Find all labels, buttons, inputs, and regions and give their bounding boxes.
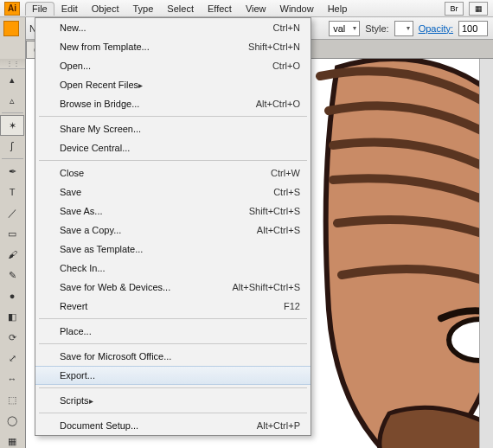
menu-object[interactable]: Object [85, 2, 126, 16]
menu-item-label: Open... [60, 61, 91, 71]
shortcut-label: Alt+Shift+Ctrl+S [232, 282, 300, 292]
shape-combo[interactable]: val [329, 21, 360, 36]
pen-icon[interactable]: ✒ [0, 161, 24, 182]
direct-select-icon[interactable]: ▵ [0, 90, 24, 111]
shortcut-label: F12 [284, 301, 300, 311]
menu-type[interactable]: Type [126, 2, 161, 16]
shortcut-label: Ctrl+S [273, 187, 300, 197]
file-menu-dropdown: New...Ctrl+NNew from Template...Shift+Ct… [35, 17, 311, 436]
brush-icon[interactable]: 🖌 [0, 244, 24, 265]
menu-item-save-for-microsoft-office[interactable]: Save for Microsoft Office... [35, 347, 311, 366]
line-icon[interactable]: ／ [0, 202, 24, 223]
menu-window[interactable]: Window [273, 2, 321, 16]
tools-panel: ⋮⋮ ▴▵✶ʃ✒T／▭🖌✎●◧⟳⤢↔⬚◯▦⊞▇📊 [0, 59, 26, 448]
menu-item-label: Save as Template... [60, 244, 143, 254]
app-icon-strip [0, 17, 26, 59]
menu-separator [39, 318, 307, 319]
opacity-label[interactable]: Opacity: [419, 23, 453, 34]
rectangle-icon[interactable]: ▭ [0, 223, 24, 244]
scale-icon[interactable]: ⤢ [0, 348, 24, 368]
menu-item-label: Save As... [60, 206, 103, 216]
menu-separator [39, 116, 307, 117]
menu-item-label: Save for Web & Devices... [60, 282, 170, 292]
menu-item-label: Open Recent Files [60, 80, 138, 90]
shortcut-label: Ctrl+W [271, 168, 300, 178]
shape-builder-icon[interactable]: ◯ [0, 410, 24, 431]
submenu-arrow-icon [89, 395, 93, 406]
menu-item-label: New from Template... [60, 42, 150, 52]
menu-item-label: Save for Microsoft Office... [60, 351, 171, 362]
shape-combo-value: val [333, 23, 345, 34]
menu-item-document-setup[interactable]: Document Setup...Alt+Ctrl+P [35, 416, 311, 435]
blob-brush-icon[interactable]: ● [0, 285, 24, 306]
menu-item-scripts[interactable]: Scripts [35, 391, 311, 410]
menu-item-label: Share My Screen... [60, 124, 141, 134]
type-icon[interactable]: T [0, 182, 24, 202]
menu-effect[interactable]: Effect [201, 2, 239, 16]
menu-file[interactable]: File [25, 2, 54, 16]
app-icon: Ai [4, 2, 20, 16]
menu-item-save-a-copy[interactable]: Save a Copy...Alt+Ctrl+S [35, 221, 311, 240]
menu-item-export[interactable]: Export... [35, 366, 311, 385]
shortcut-label: Alt+Ctrl+O [256, 99, 300, 109]
shortcut-label: Shift+Ctrl+N [248, 42, 300, 52]
magic-wand-icon[interactable]: ✶ [0, 115, 24, 136]
menu-item-save-for-web-devices[interactable]: Save for Web & Devices...Alt+Shift+Ctrl+… [35, 278, 311, 297]
menu-item-place[interactable]: Place... [35, 322, 311, 341]
style-combo[interactable] [394, 21, 413, 36]
menu-separator [39, 413, 307, 413]
menu-item-device-central[interactable]: Device Central... [35, 138, 311, 157]
menubar-right: Br ▦ [445, 2, 493, 16]
shortcut-label: Ctrl+N [273, 22, 300, 33]
menu-item-open-recent-files[interactable]: Open Recent Files [35, 75, 311, 94]
shortcut-label: Shift+Ctrl+S [249, 206, 300, 216]
menu-item-label: Place... [60, 326, 92, 336]
menu-item-save-as-template[interactable]: Save as Template... [35, 240, 311, 259]
menu-item-new[interactable]: New...Ctrl+N [35, 18, 311, 37]
panel-grip[interactable]: ⋮⋮ [0, 59, 25, 69]
vertical-scrollbar[interactable] [479, 59, 493, 448]
menu-item-share-my-screen[interactable]: Share My Screen... [35, 119, 311, 138]
style-label: Style: [365, 23, 389, 34]
free-transform-icon[interactable]: ⬚ [0, 389, 24, 410]
menu-item-label: Close [60, 168, 84, 178]
menu-item-label: Scripts [60, 395, 89, 406]
menu-item-label: Device Central... [60, 143, 130, 153]
menubar: Ai FileEditObjectTypeSelectEffectViewWin… [0, 0, 493, 17]
menu-item-check-in[interactable]: Check In... [35, 259, 311, 278]
pencil-icon[interactable]: ✎ [0, 265, 24, 285]
menu-item-revert[interactable]: RevertF12 [35, 297, 311, 316]
menu-item-label: Document Setup... [60, 420, 138, 431]
perspective-icon[interactable]: ▦ [0, 431, 24, 448]
arrange-button[interactable]: ▦ [469, 2, 488, 16]
menu-item-save[interactable]: SaveCtrl+S [35, 182, 311, 202]
rotate-icon[interactable]: ⟳ [0, 327, 24, 348]
shortcut-label: Alt+Ctrl+S [257, 225, 300, 235]
eraser-icon[interactable]: ◧ [0, 306, 24, 327]
menu-item-label: Check In... [60, 263, 106, 273]
menu-select[interactable]: Select [160, 2, 201, 16]
menu-item-new-from-template[interactable]: New from Template...Shift+Ctrl+N [35, 37, 311, 56]
shortcut-label: Ctrl+O [272, 61, 300, 71]
menu-item-close[interactable]: CloseCtrl+W [35, 163, 311, 182]
menu-help[interactable]: Help [321, 2, 355, 16]
cursor-icon[interactable]: ▴ [0, 69, 24, 90]
menu-item-save-as[interactable]: Save As...Shift+Ctrl+S [35, 202, 311, 221]
menu-separator [39, 387, 307, 388]
width-icon[interactable]: ↔ [0, 368, 24, 389]
menu-view[interactable]: View [239, 2, 273, 16]
ai-swatch-icon [3, 21, 19, 36]
menu-item-label: Browse in Bridge... [60, 99, 139, 109]
menu-separator [39, 160, 307, 161]
submenu-arrow-icon [138, 80, 143, 90]
bridge-button[interactable]: Br [445, 2, 464, 16]
menu-item-open[interactable]: Open...Ctrl+O [35, 56, 311, 75]
shortcut-label: Alt+Ctrl+P [257, 420, 300, 431]
opacity-input[interactable] [458, 21, 488, 36]
lasso-icon[interactable]: ʃ [0, 136, 24, 157]
menu-separator [39, 343, 307, 344]
artwork [285, 59, 493, 448]
menu-item-label: Save a Copy... [60, 225, 121, 235]
menu-edit[interactable]: Edit [54, 2, 85, 16]
menu-item-browse-in-bridge[interactable]: Browse in Bridge...Alt+Ctrl+O [35, 94, 311, 113]
